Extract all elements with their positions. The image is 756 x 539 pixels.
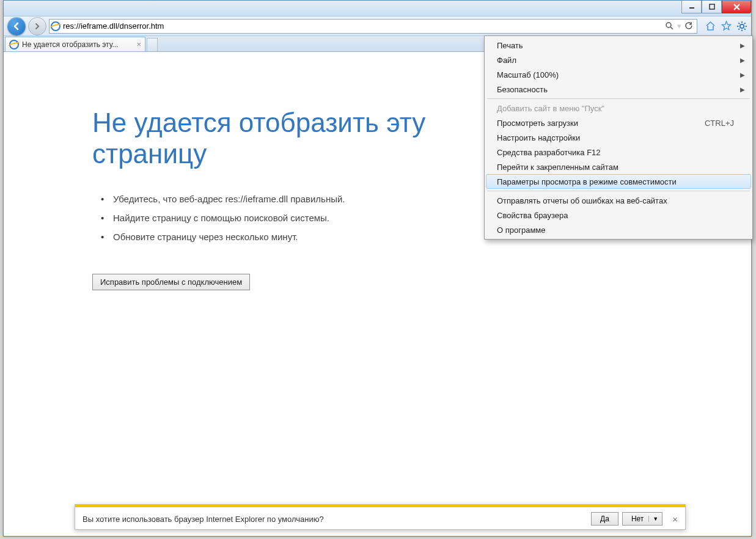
menu-item[interactable]: Безопасность▶ <box>486 82 751 97</box>
menu-item-label: Масштаб (100%) <box>497 70 559 79</box>
menu-item-label: Добавить сайт в меню "Пуск" <box>497 104 604 113</box>
arrow-left-icon <box>12 22 21 31</box>
menu-item-label: О программе <box>497 226 546 235</box>
minimize-button[interactable] <box>681 1 702 13</box>
menu-item[interactable]: Свойства браузера <box>486 208 751 222</box>
new-tab-button[interactable] <box>147 38 158 51</box>
refresh-icon[interactable] <box>685 22 693 30</box>
tools-menu: Печать▶Файл▶Масштаб (100%)▶Безопасность▶… <box>484 35 753 240</box>
error-title: Не удается отобразить эту страницу <box>92 108 520 169</box>
menu-item-label: Средства разработчика F12 <box>497 148 601 157</box>
address-bar[interactable]: ▾ <box>49 19 697 34</box>
tools-icon[interactable] <box>736 21 747 32</box>
submenu-arrow-icon: ▶ <box>740 72 745 78</box>
home-icon[interactable] <box>705 21 716 32</box>
menu-shortcut: CTRL+J <box>705 119 734 128</box>
menu-item-label: Параметры просмотра в режиме совместимос… <box>497 177 677 186</box>
infobar-text: Вы хотите использовать браузер Internet … <box>83 515 324 524</box>
menu-item[interactable]: Масштаб (100%)▶ <box>486 67 751 82</box>
title-bar[interactable] <box>4 1 751 16</box>
tab-close-icon[interactable]: × <box>136 40 141 49</box>
menu-item-label: Безопасность <box>497 85 548 94</box>
menu-item[interactable]: Средства разработчика F12 <box>486 145 751 160</box>
arrow-right-icon <box>34 23 41 30</box>
menu-item[interactable]: Настроить надстройки <box>486 130 751 145</box>
menu-item[interactable]: Просмотреть загрузкиCTRL+J <box>486 116 751 130</box>
menu-item-label: Настроить надстройки <box>497 133 580 142</box>
menu-item[interactable]: О программе <box>486 222 751 237</box>
submenu-arrow-icon: ▶ <box>740 57 745 64</box>
infobar-no-button[interactable]: Нет▼ <box>622 512 662 526</box>
close-button[interactable] <box>722 1 751 13</box>
menu-item-label: Перейти к закрепленным сайтам <box>497 163 618 172</box>
menu-separator <box>487 191 750 191</box>
menu-item-label: Файл <box>497 56 516 65</box>
search-icon[interactable] <box>666 22 673 30</box>
forward-button[interactable] <box>28 17 46 35</box>
svg-point-6 <box>740 24 744 28</box>
menu-item[interactable]: Параметры просмотра в режиме совместимос… <box>486 174 751 189</box>
svg-line-11 <box>738 23 739 24</box>
maximize-button[interactable] <box>702 1 722 13</box>
default-browser-infobar: Вы хотите использовать браузер Internet … <box>75 504 686 530</box>
ie-logo-icon <box>51 21 61 31</box>
svg-line-12 <box>744 29 746 30</box>
menu-item[interactable]: Отправлять отчеты об ошибках на веб-сайт… <box>486 193 751 208</box>
menu-item[interactable]: Перейти к закрепленным сайтам <box>486 160 751 174</box>
svg-point-4 <box>666 23 671 28</box>
menu-item-label: Печать <box>497 41 523 50</box>
svg-rect-1 <box>710 4 714 9</box>
menu-item[interactable]: Печать▶ <box>486 38 751 53</box>
navigation-bar: ▾ <box>4 16 751 36</box>
tab-title: Не удается отобразить эту... <box>22 40 119 49</box>
menu-item[interactable]: Файл▶ <box>486 53 751 67</box>
favorites-icon[interactable] <box>721 21 732 32</box>
menu-item-label: Просмотреть загрузки <box>497 119 578 128</box>
back-button[interactable] <box>7 17 26 35</box>
submenu-arrow-icon: ▶ <box>740 86 745 93</box>
separator: ▾ <box>677 21 681 31</box>
url-input[interactable] <box>62 21 662 31</box>
infobar-yes-button[interactable]: Да <box>591 512 618 526</box>
infobar-close-icon[interactable]: × <box>672 514 678 524</box>
submenu-arrow-icon: ▶ <box>740 42 745 49</box>
menu-item: Добавить сайт в меню "Пуск" <box>486 101 751 116</box>
site-icon <box>50 21 62 31</box>
ie-logo-icon <box>9 40 19 50</box>
tab-active[interactable]: Не удается отобразить эту... × <box>5 37 145 51</box>
menu-item-label: Отправлять отчеты об ошибках на веб-сайт… <box>497 196 667 205</box>
svg-line-5 <box>670 27 673 29</box>
svg-line-13 <box>744 23 746 24</box>
menu-separator <box>487 98 750 99</box>
svg-line-14 <box>738 29 739 30</box>
chevron-down-icon[interactable]: ▼ <box>648 516 658 522</box>
fix-connection-button[interactable]: Исправить проблемы с подключением <box>92 274 250 290</box>
menu-item-label: Свойства браузера <box>497 211 568 220</box>
